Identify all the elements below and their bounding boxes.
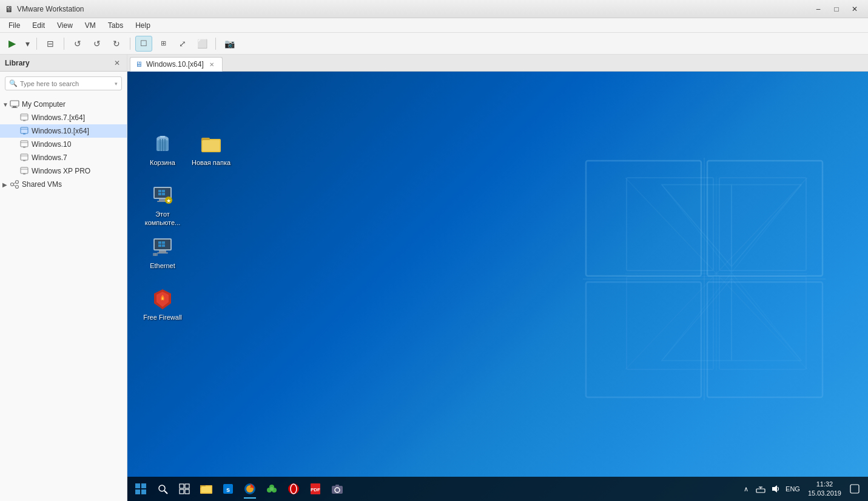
toolbar-separator-2: [64, 38, 64, 50]
svg-rect-14: [23, 160, 25, 161]
svg-rect-79: [135, 489, 140, 494]
svg-rect-105: [756, 489, 765, 493]
opera-taskbar-button[interactable]: [283, 478, 304, 500]
tree-item-windows10-x64[interactable]: ▶ Windows.10.[x64]: [0, 124, 127, 138]
tree-item-windows-xp[interactable]: ▶ Windows XP PRO: [0, 164, 127, 178]
vm-tab-label: Windows.10.[x64]: [146, 60, 204, 69]
svg-rect-2: [12, 107, 18, 108]
svg-rect-6: [21, 127, 28, 133]
menu-bar: File Edit View VM Tabs Help: [0, 18, 868, 33]
menu-edit[interactable]: Edit: [26, 20, 51, 31]
vm-icon-w7: [19, 113, 29, 123]
fullscreen-button[interactable]: ☐: [135, 36, 152, 52]
svg-rect-59: [158, 190, 161, 192]
revert-button[interactable]: ↺: [69, 36, 86, 52]
toolbar: ▶ ▾ ⊟ ↺ ↺ ↻ ☐ ⊞ ⤢ ⬜ 📷: [0, 33, 868, 55]
suspend-button[interactable]: ⊟: [42, 36, 59, 52]
minimize-button[interactable]: –: [810, 3, 827, 15]
stretch-button[interactable]: ⤢: [174, 36, 191, 52]
play-dropdown[interactable]: ▾: [23, 36, 32, 52]
sidebar: Library ✕ 🔍 ▾ ▼ My Computer ▶: [0, 55, 127, 501]
tree-label-windows7: Windows.7: [32, 153, 67, 162]
task-view-button[interactable]: [173, 478, 195, 500]
notification-center-button[interactable]: [847, 482, 862, 496]
snapshot-button[interactable]: 📷: [221, 36, 238, 52]
svg-rect-3: [21, 114, 28, 120]
tree-label-windows7-x64: Windows.7.[x64]: [32, 113, 85, 122]
tree-label-shared-vms: Shared VMs: [22, 180, 62, 189]
start-button[interactable]: [130, 478, 152, 500]
search-dropdown-arrow[interactable]: ▾: [115, 81, 118, 87]
tray-expand-icon[interactable]: ∧: [740, 483, 752, 495]
search-taskbar-button[interactable]: [152, 478, 173, 500]
svg-rect-12: [21, 154, 28, 160]
tab-close-button[interactable]: ✕: [207, 60, 216, 69]
play-button[interactable]: ▶: [4, 36, 21, 52]
svg-text:★: ★: [166, 198, 171, 204]
firewall-icon: [150, 286, 175, 311]
desktop-icon-firewall[interactable]: Free Firewall: [138, 284, 187, 324]
sidebar-header: Library ✕: [0, 55, 127, 72]
menu-help[interactable]: Help: [129, 20, 156, 31]
svg-rect-9: [21, 141, 28, 147]
taskbar-clock[interactable]: 11:32 15.03.2019: [804, 480, 845, 499]
svg-point-81: [159, 485, 165, 491]
shared-icon: [10, 180, 19, 189]
new-folder-label: Новая папка: [192, 158, 230, 167]
menu-view[interactable]: View: [51, 20, 79, 31]
svg-rect-5: [23, 120, 25, 121]
desktop-icon-this-computer[interactable]: ★ Этот компьюте...: [138, 181, 187, 230]
maximize-button[interactable]: □: [828, 3, 845, 15]
svg-rect-80: [141, 489, 146, 494]
app-icon: 🖥: [5, 4, 13, 14]
vm-icon-w7b: [19, 153, 29, 163]
title-bar: 🖥 VMware Workstation – □ ✕: [0, 0, 868, 18]
svg-line-82: [164, 491, 167, 494]
menu-file[interactable]: File: [2, 20, 26, 31]
svg-rect-62: [162, 193, 165, 195]
explorer-taskbar-button[interactable]: [195, 478, 217, 500]
folder-icon: [199, 132, 223, 156]
vm-icon-w10: [19, 140, 29, 149]
desktop-icon-recycle[interactable]: Корзина: [138, 129, 187, 169]
tray-volume-icon[interactable]: [769, 483, 781, 495]
tree-item-windows10[interactable]: ▶ Windows.10: [0, 138, 127, 151]
svg-rect-1: [13, 106, 16, 107]
svg-rect-43: [586, 161, 701, 276]
unity-button[interactable]: ⊞: [155, 36, 172, 52]
win10-decorative-logo: [553, 97, 856, 461]
menu-vm[interactable]: VM: [79, 20, 102, 31]
expand-arrow-my-computer: ▼: [2, 101, 8, 108]
vm-tab-windows10-x64[interactable]: 🖥 Windows.10.[x64] ✕: [130, 57, 223, 72]
foxit-taskbar-button[interactable]: PDF: [304, 478, 326, 500]
svg-point-98: [288, 483, 299, 494]
store-taskbar-button[interactable]: s: [217, 478, 239, 500]
tray-network-icon[interactable]: [755, 483, 767, 495]
menu-tabs[interactable]: Tabs: [102, 20, 129, 31]
forward-button[interactable]: ↻: [108, 36, 125, 52]
desktop-icon-new-folder[interactable]: Новая папка: [187, 129, 235, 169]
ethernet-label: Ethernet: [150, 261, 175, 270]
svg-rect-86: [185, 489, 189, 494]
tray-language-indicator[interactable]: ENG: [784, 483, 802, 495]
firefox-taskbar-button[interactable]: [239, 478, 261, 500]
autofit-button[interactable]: ⬜: [193, 36, 210, 52]
clock-time: 11:32: [808, 480, 841, 489]
tree-item-shared-vms[interactable]: ▶ Shared VMs: [0, 178, 127, 191]
close-button[interactable]: ✕: [846, 3, 863, 15]
back-button[interactable]: ↺: [89, 36, 106, 52]
tree-label-windows10: Windows.10: [32, 140, 71, 149]
clover-taskbar-button[interactable]: [261, 478, 283, 500]
windows-desktop[interactable]: Корзина Новая папка: [127, 72, 868, 501]
tree-item-my-computer[interactable]: ▼ My Computer: [0, 98, 127, 111]
tree-item-windows7-x64[interactable]: ▶ Windows.7.[x64]: [0, 111, 127, 124]
photos-taskbar-button[interactable]: [326, 478, 348, 500]
app-title: VMware Workstation: [17, 5, 810, 13]
svg-rect-8: [23, 133, 25, 135]
library-tree: ▼ My Computer ▶ Windows.7.[x64] ▶: [0, 95, 127, 501]
search-input[interactable]: [20, 80, 115, 87]
ethernet-icon: [150, 235, 175, 259]
desktop-icon-ethernet[interactable]: Ethernet: [138, 232, 187, 272]
tree-item-windows7[interactable]: ▶ Windows.7: [0, 151, 127, 164]
sidebar-close-button[interactable]: ✕: [112, 58, 122, 68]
